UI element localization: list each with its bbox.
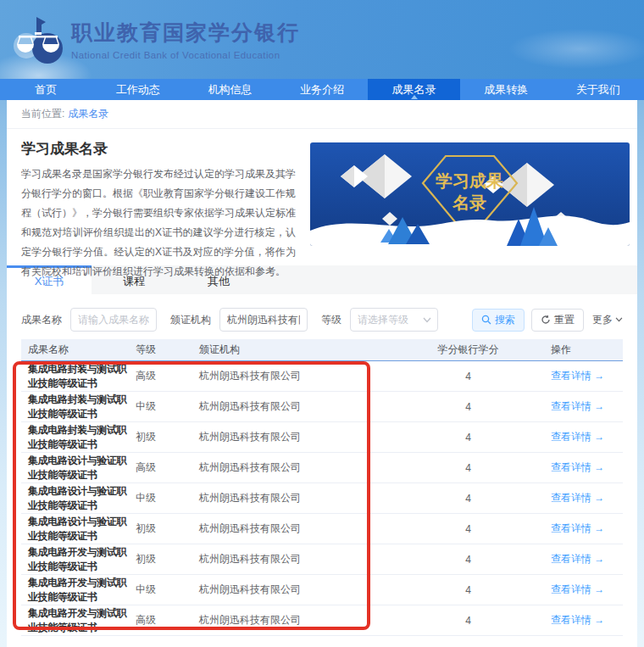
cell-level: 初级 — [136, 522, 199, 536]
cell-org: 杭州朗迅科技有限公司 — [199, 460, 386, 475]
table-row: 集成电路设计与验证职业技能等级证书 初级 杭州朗迅科技有限公司 4 查看详情 → — [21, 514, 623, 544]
cell-level: 高级 — [136, 460, 199, 475]
chevron-down-icon — [423, 317, 431, 323]
cell-org: 杭州朗迅科技有限公司 — [199, 430, 386, 444]
page-title: 学习成果名录 — [21, 139, 108, 159]
view-details-link[interactable]: 查看详情 → — [551, 522, 623, 536]
main-nav: 首页 工作动态 机构信息 业务介绍 成果名录 成果转换 关于我们 — [0, 79, 644, 100]
table-row: 集成电路设计与验证职业技能等级证书 中级 杭州朗迅科技有限公司 4 查看详情 → — [21, 483, 623, 514]
name-filter-input[interactable] — [70, 308, 157, 332]
results-table: 成果名称 等级 颁证机构 学分银行学分 操作 集成电路封装与测试职业技能等级证书… — [21, 339, 623, 636]
nav-item-news[interactable]: 工作动态 — [92, 79, 185, 100]
results-table-header: 成果名称 等级 颁证机构 学分银行学分 操作 — [21, 339, 623, 361]
level-filter-label: 等级 — [321, 313, 341, 327]
search-button[interactable]: 搜索 — [472, 309, 525, 332]
cell-achievement-name: 集成电路封装与测试职业技能等级证书 — [21, 423, 136, 452]
view-details-link[interactable]: 查看详情 → — [551, 460, 623, 475]
breadcrumb: 当前位置: 成果名录 — [7, 100, 637, 129]
cell-org: 杭州朗迅科技有限公司 — [199, 552, 386, 566]
cell-credit: 4 — [386, 523, 551, 535]
reset-button[interactable]: 重置 — [531, 309, 584, 332]
page-description: 学习成果名录是国家学分银行发布经过认定的学习成果及其学分银行学分的窗口。根据《职… — [21, 165, 296, 282]
search-icon — [481, 315, 491, 325]
filter-bar: 成果名称 颁证机构 等级 请选择等级 搜索 重置 更多 — [7, 308, 637, 332]
org-filter-input[interactable] — [219, 308, 308, 332]
more-filters-link[interactable]: 更多 — [592, 313, 623, 327]
table-row: 集成电路封装与测试职业技能等级证书 高级 杭州朗迅科技有限公司 4 查看详情 → — [21, 361, 623, 392]
cell-credit: 4 — [386, 615, 551, 627]
view-details-link[interactable]: 查看详情 → — [551, 369, 623, 383]
more-filters-label: 更多 — [592, 313, 613, 327]
cell-achievement-name: 集成电路封装与测试职业技能等级证书 — [21, 362, 136, 391]
balance-scales-icon — [12, 14, 64, 66]
cell-credit: 4 — [386, 462, 551, 474]
tabs-filler — [261, 265, 637, 294]
cell-org: 杭州朗迅科技有限公司 — [199, 399, 386, 414]
table-row: 集成电路开发与测试职业技能等级证书 初级 杭州朗迅科技有限公司 4 查看详情 → — [21, 544, 623, 575]
nav-item-home[interactable]: 首页 — [0, 79, 92, 100]
breadcrumb-current-link[interactable]: 成果名录 — [68, 107, 108, 121]
nav-item-services[interactable]: 业务介绍 — [276, 79, 369, 100]
reset-button-label: 重置 — [554, 313, 575, 327]
table-row: 集成电路开发与测试职业技能等级证书 高级 杭州朗迅科技有限公司 4 查看详情 → — [21, 605, 623, 636]
level-select[interactable]: 请选择等级 — [350, 308, 438, 332]
view-details-link[interactable]: 查看详情 → — [551, 430, 623, 444]
cell-achievement-name: 集成电路封装与测试职业技能等级证书 — [21, 393, 136, 421]
cell-level: 中级 — [136, 399, 199, 414]
refresh-icon — [541, 315, 551, 325]
cell-credit: 4 — [386, 371, 551, 382]
nav-item-institutions[interactable]: 机构信息 — [184, 79, 276, 100]
site-subtitle: National Credit Bank of Vocational Educa… — [71, 50, 300, 60]
header-name: 成果名称 — [21, 343, 136, 357]
table-row: 集成电路封装与测试职业技能等级证书 中级 杭州朗迅科技有限公司 4 查看详情 → — [21, 392, 623, 422]
cell-achievement-name: 集成电路设计与验证职业技能等级证书 — [21, 484, 136, 513]
banner-title-line1: 学习成果 — [436, 171, 504, 190]
search-button-label: 搜索 — [495, 313, 515, 327]
header-action: 操作 — [551, 343, 623, 357]
view-details-link[interactable]: 查看详情 → — [551, 613, 623, 627]
cell-credit: 4 — [386, 493, 551, 505]
site-header: 职业教育国家学分银行 National Credit Bank of Vocat… — [0, 0, 644, 79]
header-credit: 学分银行学分 — [386, 343, 551, 357]
cell-level: 高级 — [136, 613, 199, 627]
cell-achievement-name: 集成电路设计与验证职业技能等级证书 — [21, 454, 136, 482]
cell-org: 杭州朗迅科技有限公司 — [199, 613, 386, 627]
banner-title-line2: 名录 — [452, 193, 486, 212]
cell-credit: 4 — [386, 584, 551, 596]
brand: 职业教育国家学分银行 National Credit Bank of Vocat… — [71, 19, 300, 60]
org-filter-label: 颁证机构 — [170, 313, 211, 327]
cell-credit: 4 — [386, 432, 551, 443]
breadcrumb-label: 当前位置: — [21, 107, 64, 121]
nav-item-achievement-list[interactable]: 成果名录 — [368, 79, 460, 100]
header-org: 颁证机构 — [199, 343, 386, 357]
header-level: 等级 — [136, 343, 199, 357]
nav-item-about[interactable]: 关于我们 — [552, 79, 644, 100]
cell-achievement-name: 集成电路开发与测试职业技能等级证书 — [21, 576, 136, 605]
name-filter-label: 成果名称 — [21, 313, 62, 327]
cell-level: 高级 — [136, 369, 199, 383]
cell-achievement-name: 集成电路设计与验证职业技能等级证书 — [21, 515, 136, 544]
view-details-link[interactable]: 查看详情 → — [551, 552, 623, 566]
view-details-link[interactable]: 查看详情 → — [551, 583, 623, 597]
cell-org: 杭州朗迅科技有限公司 — [199, 491, 386, 505]
cell-org: 杭州朗迅科技有限公司 — [199, 369, 386, 383]
table-row: 集成电路封装与测试职业技能等级证书 初级 杭州朗迅科技有限公司 4 查看详情 → — [21, 422, 623, 453]
level-select-placeholder: 请选择等级 — [358, 313, 408, 327]
cell-org: 杭州朗迅科技有限公司 — [199, 583, 386, 597]
cell-achievement-name: 集成电路开发与测试职业技能等级证书 — [21, 606, 136, 635]
cell-credit: 4 — [386, 401, 551, 413]
banner-image: 学习成果 名录 — [310, 142, 630, 246]
view-details-link[interactable]: 查看详情 → — [551, 399, 623, 414]
chevron-down-icon — [615, 317, 623, 322]
view-details-link[interactable]: 查看详情 → — [551, 491, 623, 505]
table-row: 集成电路设计与验证职业技能等级证书 高级 杭州朗迅科技有限公司 4 查看详情 → — [21, 453, 623, 483]
cell-credit: 4 — [386, 554, 551, 566]
table-row: 集成电路开发与测试职业技能等级证书 中级 杭州朗迅科技有限公司 4 查看详情 → — [21, 575, 623, 605]
cell-level: 中级 — [136, 583, 199, 597]
nav-item-achievement-convert[interactable]: 成果转换 — [460, 79, 552, 100]
cell-level: 中级 — [136, 491, 199, 505]
cell-achievement-name: 集成电路开发与测试职业技能等级证书 — [21, 545, 136, 574]
cell-level: 初级 — [136, 552, 199, 566]
cell-level: 初级 — [136, 430, 199, 444]
intro-section: 学习成果名录 学习成果名录是国家学分银行发布经过认定的学习成果及其学分银行学分的… — [7, 129, 637, 265]
